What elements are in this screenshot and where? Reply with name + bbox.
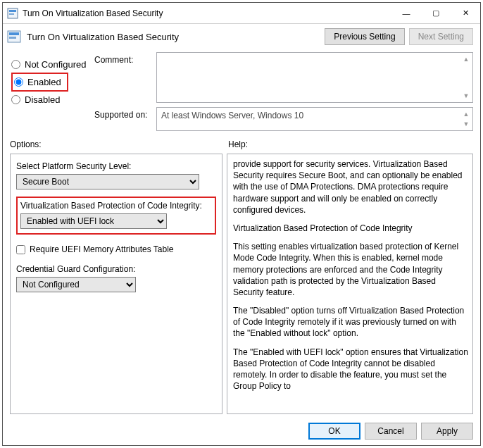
radio-label: Not Configured <box>25 59 86 70</box>
subheader-left: Turn On Virtualization Based Security <box>7 30 179 43</box>
radio-disabled-input[interactable] <box>11 95 20 104</box>
radio-disabled[interactable]: Disabled <box>11 92 94 108</box>
credential-guard-select[interactable]: Not Configured <box>16 277 136 292</box>
svg-rect-1 <box>9 10 16 12</box>
supported-on-text: At least Windows Server, Windows 10 <box>161 111 303 120</box>
comment-row: Comment: ▲ ▼ <box>94 52 473 103</box>
titlebar-left: Turn On Virtualization Based Security <box>7 8 163 19</box>
setting-nav-buttons: Previous Setting Next Setting <box>325 28 473 45</box>
help-heading: Virtualization Based Protection of Code … <box>233 223 468 234</box>
policy-title: Turn On Virtualization Based Security <box>27 32 179 42</box>
radio-label: Enabled <box>27 77 61 87</box>
close-button[interactable]: ✕ <box>451 4 480 23</box>
subheader: Turn On Virtualization Based Security Pr… <box>3 24 480 48</box>
dialog-footer: OK Cancel Apply <box>3 418 480 445</box>
help-content[interactable]: provide support for security services. V… <box>227 154 472 413</box>
comment-label: Comment: <box>94 52 152 103</box>
next-setting-button[interactable]: Next Setting <box>409 28 473 45</box>
help-paragraph: The "Disabled" option turns off Virtuali… <box>233 305 468 340</box>
vbpci-block: Virtualization Based Protection of Code … <box>16 197 216 235</box>
platform-security-select[interactable]: Secure Boot <box>16 174 199 189</box>
supported-on-label: Supported on: <box>94 107 152 131</box>
radio-label: Disabled <box>25 94 61 105</box>
previous-setting-button[interactable]: Previous Setting <box>325 28 404 45</box>
scroll-up-icon[interactable]: ▲ <box>461 54 471 64</box>
minimize-button[interactable]: — <box>391 4 421 23</box>
platform-security-block: Select Platform Security Level: Secure B… <box>16 161 216 189</box>
radio-enabled-input[interactable] <box>14 77 23 87</box>
options-label: Options: <box>10 139 228 149</box>
titlebar-controls: — ▢ ✕ <box>391 4 480 23</box>
pane-labels: Options: Help: <box>3 132 480 151</box>
apply-button[interactable]: Apply <box>421 423 473 440</box>
credential-guard-label: Credential Guard Configuration: <box>16 264 216 274</box>
titlebar: Turn On Virtualization Based Security — … <box>3 3 480 24</box>
policy-icon <box>7 8 18 19</box>
help-paragraph: provide support for security services. V… <box>233 158 468 216</box>
window-title: Turn On Virtualization Based Security <box>23 8 163 18</box>
cancel-button[interactable]: Cancel <box>365 423 417 440</box>
require-uefi-mat-block: Require UEFI Memory Attributes Table <box>16 244 216 254</box>
maximize-button[interactable]: ▢ <box>421 4 451 23</box>
supported-on-field: At least Windows Server, Windows 10 ▲ ▼ <box>156 107 473 131</box>
svg-rect-5 <box>9 37 16 39</box>
scroll-down-icon[interactable]: ▼ <box>461 119 471 129</box>
dialog-window: Turn On Virtualization Based Security — … <box>2 2 481 446</box>
scroll-up-icon[interactable]: ▲ <box>461 109 471 119</box>
upper-section: Not Configured Enabled Disabled Comment:… <box>3 48 480 132</box>
platform-security-label: Select Platform Security Level: <box>16 161 216 171</box>
svg-rect-4 <box>9 32 19 35</box>
require-uefi-mat-input[interactable] <box>16 245 25 254</box>
scroll-down-icon[interactable]: ▼ <box>461 91 471 101</box>
radio-not-configured[interactable]: Not Configured <box>11 56 94 73</box>
state-radio-group: Not Configured Enabled Disabled <box>11 52 94 131</box>
options-pane: Select Platform Security Level: Secure B… <box>10 154 222 414</box>
ok-button[interactable]: OK <box>308 423 360 440</box>
help-paragraph: The "Enabled with UEFI lock" option ensu… <box>233 347 468 392</box>
require-uefi-mat-checkbox[interactable]: Require UEFI Memory Attributes Table <box>16 244 216 254</box>
lower-panes: Select Platform Security Level: Secure B… <box>3 151 480 418</box>
highlight-enabled: Enabled <box>11 73 68 92</box>
help-label: Help: <box>228 139 473 149</box>
supported-row: Supported on: At least Windows Server, W… <box>94 107 473 131</box>
help-paragraph: This setting enables virtualization base… <box>233 241 468 298</box>
comment-field[interactable]: ▲ ▼ <box>156 52 473 103</box>
policy-icon <box>7 30 21 43</box>
meta-column: Comment: ▲ ▼ Supported on: At least Wind… <box>94 52 473 131</box>
vbpci-label: Virtualization Based Protection of Code … <box>20 201 211 211</box>
radio-not-configured-input[interactable] <box>11 60 20 69</box>
credential-guard-block: Credential Guard Configuration: Not Conf… <box>16 264 216 292</box>
radio-enabled[interactable]: Enabled <box>13 75 63 89</box>
checkbox-label: Require UEFI Memory Attributes Table <box>30 244 174 254</box>
vbpci-select[interactable]: Enabled with UEFI lock <box>20 213 167 229</box>
help-pane: provide support for security services. V… <box>227 154 473 414</box>
svg-rect-2 <box>9 13 14 15</box>
